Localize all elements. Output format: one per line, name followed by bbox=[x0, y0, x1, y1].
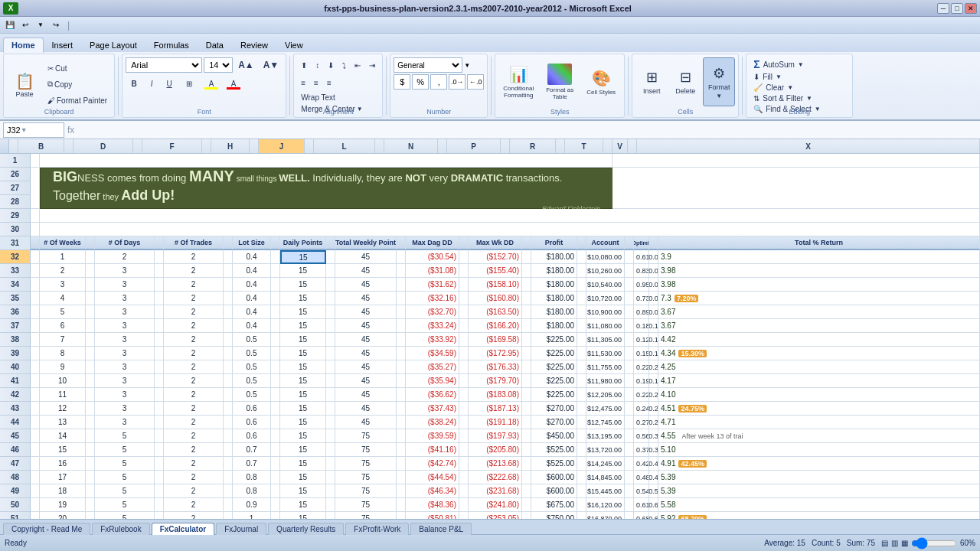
cell-l43[interactable]: 45 bbox=[335, 402, 397, 416]
cell-h47[interactable]: 0.7 bbox=[233, 457, 271, 471]
cell-r47[interactable]: $525.00 bbox=[531, 457, 577, 471]
cell-h51[interactable]: 1 bbox=[233, 512, 271, 519]
cell-o50[interactable] bbox=[459, 498, 469, 512]
cell-u49[interactable] bbox=[625, 484, 634, 498]
cell-d38[interactable]: 3 bbox=[95, 333, 155, 347]
cell-b39[interactable]: 8 bbox=[40, 347, 86, 360]
cell-e32[interactable] bbox=[155, 250, 164, 264]
cell-a40[interactable] bbox=[31, 360, 40, 374]
cell-i43[interactable] bbox=[271, 402, 280, 416]
cell-k31[interactable] bbox=[326, 236, 335, 250]
cell-o34[interactable] bbox=[459, 278, 469, 292]
cell-f43[interactable]: 2 bbox=[164, 402, 224, 416]
cell-h34[interactable]: 0.4 bbox=[233, 278, 271, 292]
cell-w42[interactable]: 0.2 bbox=[649, 388, 658, 402]
decrease-font-button[interactable]: A▼ bbox=[260, 57, 283, 73]
cell-n42[interactable]: ($36.62) bbox=[406, 388, 459, 402]
cell-j45[interactable]: 15 bbox=[280, 429, 326, 443]
cell-g44[interactable] bbox=[224, 416, 233, 429]
row-header-37[interactable]: 37 bbox=[0, 319, 30, 333]
cell-u33[interactable] bbox=[625, 264, 634, 278]
cell-c49[interactable] bbox=[86, 484, 95, 498]
cell-f38[interactable]: 2 bbox=[164, 333, 224, 347]
col-header-t[interactable]: T bbox=[565, 139, 603, 153]
cell-g41[interactable] bbox=[224, 374, 233, 388]
cell-g39[interactable] bbox=[224, 347, 233, 360]
cell-x49[interactable]: 5.39 bbox=[658, 484, 980, 498]
copy-button[interactable]: ⧉ Copy bbox=[44, 77, 111, 92]
close-button[interactable]: ✕ bbox=[965, 3, 977, 14]
cell-o41[interactable] bbox=[459, 374, 469, 388]
cell-k34[interactable] bbox=[326, 278, 335, 292]
cell-v44[interactable]: 0.2745 bbox=[634, 416, 649, 429]
cell-n49[interactable]: ($46.34) bbox=[406, 484, 459, 498]
cell-t45[interactable]: $13,195.00 bbox=[586, 429, 625, 443]
cell-i40[interactable] bbox=[271, 360, 280, 374]
cell-x38[interactable]: 4.42 bbox=[658, 333, 980, 347]
cell-c45[interactable] bbox=[86, 429, 95, 443]
cell-c50[interactable] bbox=[86, 498, 95, 512]
cell-g45[interactable] bbox=[224, 429, 233, 443]
cell-u38[interactable] bbox=[625, 333, 634, 347]
indent-increase-button[interactable]: ⇥ bbox=[365, 57, 379, 73]
cell-u44[interactable] bbox=[625, 416, 634, 429]
cell-w48[interactable]: 0.4 bbox=[649, 471, 658, 484]
cell-d41[interactable]: 3 bbox=[95, 374, 155, 388]
align-center-button[interactable]: ≡ bbox=[310, 75, 322, 90]
cell-l45[interactable]: 75 bbox=[335, 429, 397, 443]
cell-c43[interactable] bbox=[86, 402, 95, 416]
cell-h40[interactable]: 0.5 bbox=[233, 360, 271, 374]
cell-d49[interactable]: 5 bbox=[95, 484, 155, 498]
cell-k33[interactable] bbox=[326, 264, 335, 278]
cell-a31[interactable] bbox=[31, 236, 40, 250]
cell-i47[interactable] bbox=[271, 457, 280, 471]
row-header-28[interactable]: 28 bbox=[0, 195, 30, 209]
cell-q45[interactable] bbox=[522, 429, 531, 443]
cell-f51[interactable]: 2 bbox=[164, 512, 224, 519]
num-format-dropdown-icon[interactable]: ▼ bbox=[464, 62, 470, 69]
cell-x50[interactable]: 5.58 bbox=[658, 498, 980, 512]
cell-p40[interactable]: ($176.33) bbox=[469, 360, 522, 374]
cell-h32[interactable]: 0.4 bbox=[233, 250, 271, 264]
title-controls[interactable]: ─ □ ✕ bbox=[937, 3, 977, 14]
cell-v50[interactable]: 0.612 bbox=[634, 498, 649, 512]
cell-n36[interactable]: ($32.70) bbox=[406, 305, 459, 319]
fill-color-button[interactable]: A bbox=[201, 76, 222, 91]
cell-p41[interactable]: ($179.70) bbox=[469, 374, 522, 388]
cell-o47[interactable] bbox=[459, 457, 469, 471]
cell-w51[interactable]: 0.6 bbox=[649, 512, 658, 519]
cell-n35[interactable]: ($32.16) bbox=[406, 292, 459, 305]
cell-a32[interactable] bbox=[31, 250, 40, 264]
cell-a26[interactable] bbox=[31, 168, 40, 209]
cell-k37[interactable] bbox=[326, 319, 335, 333]
tab-quarterly[interactable]: Quarterly Results bbox=[268, 523, 344, 535]
cell-m40[interactable] bbox=[397, 360, 406, 374]
cell-e47[interactable] bbox=[155, 457, 164, 471]
cell-n38[interactable]: ($33.92) bbox=[406, 333, 459, 347]
cell-p44[interactable]: ($191.18) bbox=[469, 416, 522, 429]
cell-n43[interactable]: ($37.43) bbox=[406, 402, 459, 416]
cell-e40[interactable] bbox=[155, 360, 164, 374]
align-right-button[interactable]: ≡ bbox=[323, 75, 335, 90]
view-normal-icon[interactable]: ▤ bbox=[881, 539, 888, 547]
col-header-v[interactable]: V bbox=[612, 139, 628, 153]
cell-k41[interactable] bbox=[326, 374, 335, 388]
cell-a43[interactable] bbox=[31, 402, 40, 416]
cell-a36[interactable] bbox=[31, 305, 40, 319]
undo-dropdown-button[interactable]: ▼ bbox=[34, 18, 47, 32]
cell-s46[interactable] bbox=[577, 443, 586, 457]
cell-j50[interactable]: 15 bbox=[280, 498, 326, 512]
cell-s43[interactable] bbox=[577, 402, 586, 416]
tab-copyright[interactable]: Copyright - Read Me bbox=[3, 523, 90, 535]
cell-n48[interactable]: ($44.54) bbox=[406, 471, 459, 484]
cell-l49[interactable]: 75 bbox=[335, 484, 397, 498]
cell-a38[interactable] bbox=[31, 333, 40, 347]
cell-u37[interactable] bbox=[625, 319, 634, 333]
cell-j41[interactable]: 15 bbox=[280, 374, 326, 388]
cell-v35[interactable]: 0.73 bbox=[634, 292, 649, 305]
cell-l35[interactable]: 45 bbox=[335, 292, 397, 305]
cell-g38[interactable] bbox=[224, 333, 233, 347]
cell-i36[interactable] bbox=[271, 305, 280, 319]
cell-o40[interactable] bbox=[459, 360, 469, 374]
cell-o37[interactable] bbox=[459, 319, 469, 333]
